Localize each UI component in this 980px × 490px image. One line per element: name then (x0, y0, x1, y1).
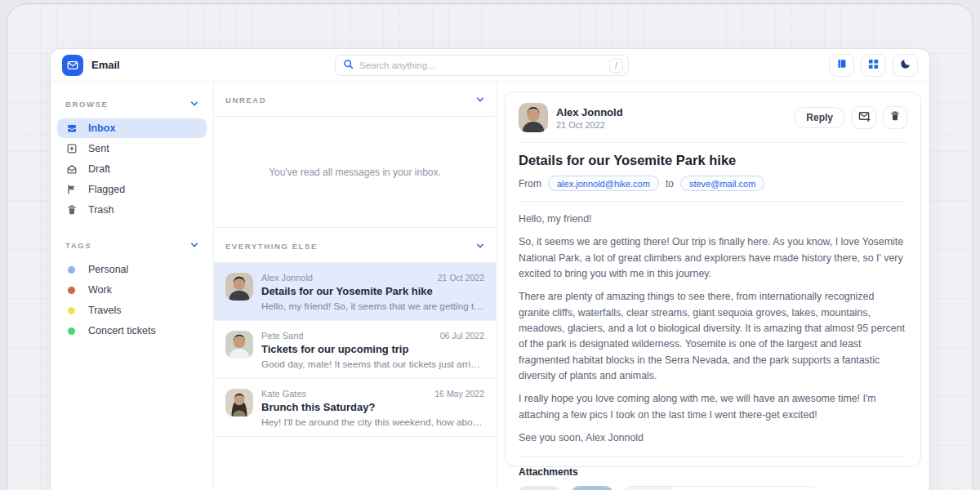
body-paragraph: So, it seems we are getting there! Our t… (519, 234, 907, 282)
search-shortcut-badge: / (609, 59, 623, 73)
to-label: to (666, 178, 674, 189)
tag-dot (68, 307, 75, 314)
mail-subject: Tickets for our upcoming trip (261, 343, 484, 355)
app-title: Email (91, 59, 120, 71)
body-paragraph: Hello, my friend! (519, 212, 907, 227)
grid-icon (868, 58, 879, 73)
mail-preview: Hey! I'll be around the city this weeken… (261, 416, 484, 428)
tag-item-work[interactable]: Work (57, 280, 207, 300)
divider (519, 456, 907, 457)
forward-mail-button[interactable] (852, 106, 876, 129)
chevron-down-icon[interactable] (476, 92, 484, 107)
sidebar-item-label: Sent (88, 143, 109, 154)
everything-else-section-header[interactable]: EVERYTHING ELSE (214, 227, 496, 263)
attachment-photo-half-dome[interactable] (571, 486, 613, 490)
tags-title: TAGS (65, 241, 91, 250)
body-paragraph: I really hope you love coming along with… (519, 391, 907, 423)
sidebar: BROWSE Inbox Sent (51, 82, 214, 490)
chevron-down-icon[interactable] (476, 238, 484, 253)
folder-icon (624, 487, 671, 490)
detail-sender-name: Alex Jonnold (556, 106, 623, 118)
draft-icon (65, 163, 78, 175)
search-icon (343, 58, 354, 73)
from-email-chip[interactable]: alex.jonnold@hike.com (548, 176, 659, 191)
mail-sender: Alex Jonnold (261, 273, 313, 283)
mail-date: 21 Oct 2022 (438, 273, 484, 283)
sidebar-item-draft[interactable]: Draft (57, 159, 207, 179)
mail-list-item[interactable]: Kate Gates 16 May 2022 Brunch this Satur… (214, 379, 496, 437)
avatar (225, 389, 253, 416)
search-bar[interactable]: / (335, 55, 629, 76)
unread-empty-message: You've read all messages in your inbox. (214, 117, 496, 227)
detail-subject: Details for our Yosemite Park hike (519, 153, 907, 168)
sidebar-item-label: Inbox (88, 122, 115, 134)
trash-icon (889, 110, 901, 125)
sidebar-item-sent[interactable]: Sent (57, 139, 207, 158)
tag-label: Concert tickets (88, 325, 156, 336)
browse-section-header[interactable]: BROWSE (57, 93, 207, 118)
mail-sender: Pete Sand (261, 331, 303, 341)
mail-preview: Hello, my friend! So, it seems that we a… (261, 301, 484, 312)
flag-icon (65, 184, 78, 195)
mail-date: 16 May 2022 (434, 389, 484, 399)
app-header: Email / (51, 49, 929, 82)
attachment-file-card[interactable]: videos-hike.zip 100 MB (623, 486, 819, 490)
tag-item-travels[interactable]: Travels (57, 301, 207, 320)
email-logo-icon (62, 55, 83, 76)
mail-plus-icon (858, 110, 871, 126)
inbox-icon (65, 122, 78, 134)
mail-list-item[interactable]: Pete Sand 06 Jul 2022 Tickets for our up… (214, 321, 496, 379)
chevron-down-icon[interactable] (190, 96, 198, 111)
divider (519, 142, 907, 143)
mail-sender: Kate Gates (261, 389, 306, 399)
mail-subject: Details for our Yosemite Park hike (261, 285, 484, 297)
body-paragraph: There are plenty of amazing things to se… (519, 289, 907, 384)
sidebar-item-label: Trash (88, 204, 114, 216)
book-icon (836, 58, 848, 73)
divider (519, 201, 907, 202)
sidebar-item-inbox[interactable]: Inbox (57, 118, 207, 138)
sent-icon (65, 143, 78, 154)
trash-icon (65, 204, 78, 216)
search-input[interactable] (359, 60, 604, 70)
avatar (225, 331, 253, 359)
sidebar-item-trash[interactable]: Trash (57, 200, 207, 220)
everything-else-title: EVERYTHING ELSE (225, 242, 318, 251)
tag-item-concert-tickets[interactable]: Concert tickets (57, 321, 207, 341)
tag-label: Travels (88, 305, 122, 316)
to-email-chip[interactable]: steve@mail.com (680, 176, 764, 191)
mail-date: 06 Jul 2022 (440, 331, 484, 341)
attachments-title: Attachments (519, 466, 907, 478)
detail-date: 21 Oct 2022 (556, 120, 623, 130)
attachment-photo-valley[interactable] (519, 486, 561, 490)
reply-button[interactable]: Reply (794, 107, 845, 128)
tag-item-personal[interactable]: Personal (57, 260, 207, 279)
sidebar-item-flagged[interactable]: Flagged (57, 180, 207, 199)
mail-subject: Brunch this Saturday? (261, 401, 484, 413)
moon-icon (900, 58, 911, 73)
mail-detail-column: Alex Jonnold 21 Oct 2022 Reply (497, 82, 929, 490)
tag-label: Work (88, 284, 112, 296)
mail-detail-card: Alex Jonnold 21 Oct 2022 Reply (505, 91, 921, 467)
unread-section-header[interactable]: UNREAD (214, 82, 496, 117)
book-button[interactable] (829, 54, 854, 77)
email-app-window: Email / (51, 49, 929, 490)
avatar (519, 103, 548, 132)
sidebar-item-label: Draft (88, 163, 110, 175)
tags-section-header[interactable]: TAGS (57, 234, 207, 259)
header-actions (829, 54, 918, 77)
from-label: From (519, 178, 541, 189)
mail-list-column: UNREAD You've read all messages in your … (214, 82, 497, 490)
browse-title: BROWSE (65, 100, 108, 109)
tag-label: Personal (88, 264, 128, 275)
dark-mode-button[interactable] (893, 54, 918, 77)
apps-grid-button[interactable] (861, 54, 886, 77)
chevron-down-icon[interactable] (190, 238, 198, 252)
delete-mail-button[interactable] (883, 106, 907, 129)
tag-dot (68, 266, 75, 274)
mail-list-item[interactable]: Alex Jonnold 21 Oct 2022 Details for our… (214, 263, 496, 321)
tag-dot (68, 287, 75, 294)
unread-title: UNREAD (225, 96, 266, 105)
sidebar-item-label: Flagged (88, 184, 125, 195)
avatar (225, 273, 253, 301)
